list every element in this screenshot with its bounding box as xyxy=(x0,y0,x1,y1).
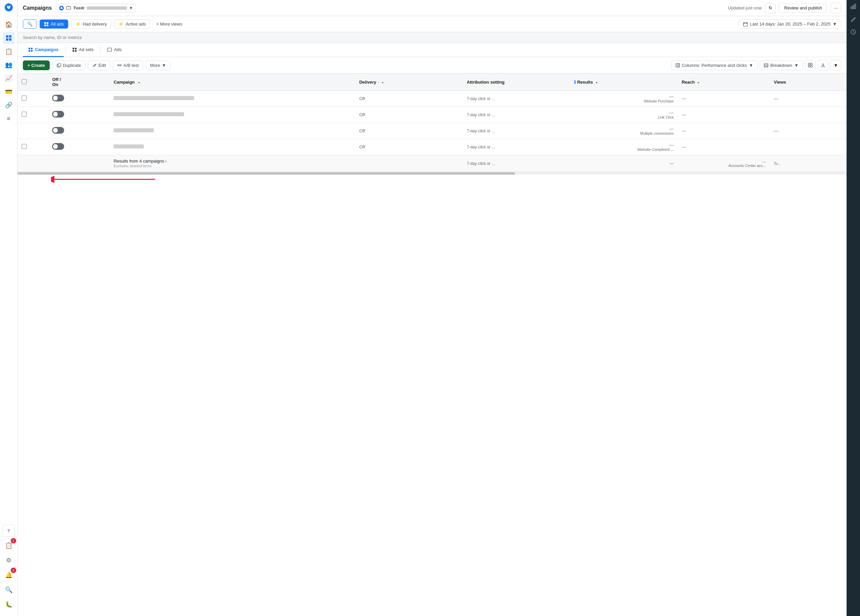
svg-rect-10 xyxy=(44,25,46,26)
view-toggle-button[interactable] xyxy=(805,60,816,71)
review-publish-button[interactable]: Review and publish xyxy=(779,3,827,13)
duplicate-label: Duplicate xyxy=(63,63,81,68)
row-results-4: — Website Completed ... xyxy=(570,139,678,155)
tab-separator-1 xyxy=(65,47,66,53)
tab-ads[interactable]: Ads xyxy=(102,43,127,57)
sidebar-item-audiences[interactable]: 👥 xyxy=(3,59,15,71)
sidebar-item-campaigns[interactable] xyxy=(3,32,15,44)
sidebar-item-billing[interactable]: 💳 xyxy=(3,86,15,98)
ab-test-button[interactable]: A/B test xyxy=(113,60,143,70)
breakdown-button[interactable]: Breakdown ▼ xyxy=(760,60,803,70)
columns-button[interactable]: Columns: Performance and clicks ▼ xyxy=(671,60,758,70)
sidebar-item-analytics[interactable]: 📈 xyxy=(3,72,15,84)
tab-campaigns[interactable]: Campaigns xyxy=(23,43,64,57)
more-views-button[interactable]: + More views xyxy=(153,20,185,28)
export-button[interactable] xyxy=(818,60,829,71)
summary-delivery xyxy=(355,155,463,172)
right-rail-charts-icon[interactable] xyxy=(850,3,856,11)
table-options-button[interactable]: ▼ xyxy=(830,60,841,71)
svg-rect-2 xyxy=(6,38,8,41)
select-all-checkbox[interactable] xyxy=(22,79,27,84)
table-row: Off 7-day click or ... — Website Purchas… xyxy=(17,91,847,107)
row-4-checkbox[interactable] xyxy=(22,144,27,149)
more-actions-button[interactable]: More ▼ xyxy=(146,60,171,70)
toggle-3[interactable] xyxy=(52,127,64,134)
sidebar-item-reports[interactable]: 📋 xyxy=(3,45,15,58)
notifications-button[interactable]: 📋 1 xyxy=(3,539,15,552)
had-delivery-label: Had delivery xyxy=(83,22,107,27)
svg-rect-30 xyxy=(676,63,680,67)
tab-campaigns-label: Campaigns xyxy=(35,47,58,52)
svg-rect-18 xyxy=(28,50,30,52)
sidebar-item-connect[interactable]: 🔗 xyxy=(3,99,15,111)
row-delivery-1: Off xyxy=(355,91,463,107)
meta-logo[interactable] xyxy=(4,3,13,13)
lightning-icon: ⚡ xyxy=(75,22,81,27)
svg-rect-20 xyxy=(72,48,74,49)
toggle-2[interactable] xyxy=(52,111,64,118)
summary-reach: —Accounts Center acc... xyxy=(678,155,770,172)
more-views-label: + More views xyxy=(156,22,182,27)
summary-toggle xyxy=(48,155,110,172)
debug-button[interactable]: 🐛 xyxy=(3,599,15,611)
row-campaign-3[interactable] xyxy=(110,123,355,139)
horizontal-scrollbar[interactable] xyxy=(17,172,847,175)
left-sidebar: 🏠 📋 👥 📈 💳 🔗 ≡ ? 📋 1 ⚙ 🔔 2 🔍 🐛 xyxy=(0,0,17,616)
notifications-badge: 1 xyxy=(11,538,16,544)
toggle-1[interactable] xyxy=(52,95,64,102)
settings-button[interactable]: ⚙ xyxy=(3,554,15,566)
sidebar-item-menu[interactable]: ≡ xyxy=(3,113,15,125)
search-icon-button[interactable]: 🔍 xyxy=(23,19,37,28)
more-chevron: ▼ xyxy=(162,63,166,68)
toggle-4[interactable] xyxy=(52,143,64,150)
account-id-blurred xyxy=(87,6,127,10)
campaign-name-4-blurred xyxy=(113,144,144,149)
svg-rect-43 xyxy=(853,5,854,9)
results-info-icon[interactable]: ℹ xyxy=(165,159,166,163)
row-checkbox-4 xyxy=(17,139,48,155)
row-reach-1: — xyxy=(678,91,770,107)
row-attribution-4: 7-day click or ... xyxy=(463,139,570,155)
row-1-checkbox[interactable] xyxy=(22,96,27,101)
account-name: Feedr xyxy=(74,6,85,10)
account-dropdown-icon[interactable]: ▼ xyxy=(129,6,133,10)
topbar-right: Updated just now ↻ Review and publish ··… xyxy=(728,3,841,13)
table-header-row: Off /On Campaign Delivery ↑ Attribution … xyxy=(17,74,847,91)
summary-label: Results from 4 campaigns ℹ Excludes dele… xyxy=(110,155,355,172)
page-title: Campaigns xyxy=(23,5,52,11)
svg-point-5 xyxy=(61,7,62,8)
sidebar-item-home[interactable]: 🏠 xyxy=(3,19,15,31)
create-button[interactable]: + Create xyxy=(23,60,50,70)
edit-button[interactable]: Edit xyxy=(88,60,110,70)
search-bar xyxy=(17,32,847,43)
tab-navigation: Campaigns Ad sets Ads xyxy=(17,43,847,57)
svg-rect-23 xyxy=(75,50,77,52)
svg-rect-7 xyxy=(68,6,69,7)
row-campaign-1[interactable] xyxy=(110,91,355,107)
campaign-name-1-blurred xyxy=(113,96,194,100)
bell-button[interactable]: 🔔 2 xyxy=(3,569,15,581)
active-ads-button[interactable]: ⚡ Active ads xyxy=(114,19,150,28)
date-range-button[interactable]: Last 14 days: Jan 20, 2025 – Feb 2, 2025… xyxy=(739,19,841,28)
sidebar-bottom: ? 📋 1 ⚙ 🔔 2 🔍 🐛 xyxy=(3,525,15,611)
right-rail-clock-icon[interactable] xyxy=(850,29,856,36)
right-rail-edit-icon[interactable] xyxy=(850,16,856,24)
refresh-button[interactable]: ↻ xyxy=(765,3,776,13)
had-delivery-button[interactable]: ⚡ Had delivery xyxy=(71,19,111,28)
help-button[interactable]: ? xyxy=(3,525,15,537)
updated-status: Updated just now xyxy=(728,5,761,10)
row-campaign-4[interactable] xyxy=(110,139,355,155)
columns-chevron: ▼ xyxy=(749,63,753,68)
all-ads-button[interactable]: All ads xyxy=(40,19,68,28)
campaigns-table-container: Off /On Campaign Delivery ↑ Attribution … xyxy=(17,74,847,616)
more-options-button[interactable]: ··· xyxy=(830,3,841,13)
account-selector[interactable]: Feedr ▼ xyxy=(56,4,136,13)
header-reach: Reach xyxy=(678,74,770,91)
row-views-3: — xyxy=(770,123,847,139)
row-campaign-2[interactable] xyxy=(110,107,355,123)
duplicate-button[interactable]: Duplicate xyxy=(52,60,85,70)
row-2-checkbox[interactable] xyxy=(22,111,27,117)
search-button[interactable]: 🔍 xyxy=(3,584,15,596)
search-input[interactable] xyxy=(23,35,841,40)
tab-adsets[interactable]: Ad sets xyxy=(67,43,99,57)
